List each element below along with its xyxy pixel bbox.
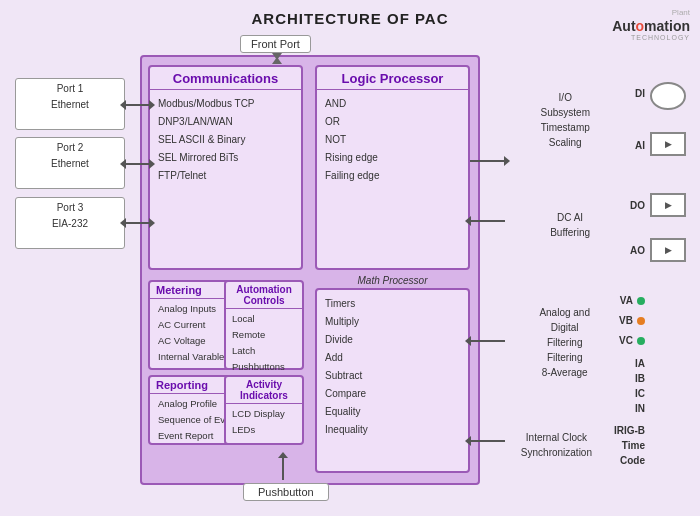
math-item-subtract: Subtract [325, 367, 460, 385]
port3-arrow [125, 222, 150, 224]
page-title: ARCHITECTURE OF PAC [0, 0, 700, 27]
ai-label: AI [635, 140, 645, 151]
logic-processor-box: Logic Processor AND OR NOT Rising edge F… [315, 65, 470, 270]
math-processor-box: Timers Multiply Divide Add Subtract Comp… [315, 288, 470, 473]
logic-item-or: OR [325, 113, 460, 131]
automation-list: Local Remote Latch Pushbuttons [226, 309, 302, 378]
math-item-timers: Timers [325, 295, 460, 313]
irig-b-label: IRIG-B [614, 425, 645, 436]
activity-item-leds: LEDs [232, 422, 296, 438]
math-item-compare: Compare [325, 385, 460, 403]
automation-item-latch: Latch Pushbuttons [232, 343, 296, 375]
ao-label: AO [630, 245, 645, 256]
communications-box: Communications Modbus/Modbus TCP DNP3/LA… [148, 65, 303, 270]
analog-digital-filtering-box: Analog andDigitalFilteringFiltering8-Ave… [539, 305, 590, 380]
logic-item-and: AND [325, 95, 460, 113]
di-connector [650, 82, 686, 110]
math-processor-label: Math Processor [315, 275, 470, 286]
comm-item-2: DNP3/LAN/WAN [158, 113, 293, 131]
port1-label: Port 1Ethernet [22, 81, 118, 113]
ao-connector-box: ▶ [650, 238, 686, 262]
port3-eia232-box: Port 3EIA-232 [15, 197, 125, 249]
vb-row: VB [619, 315, 645, 326]
comm-item-1: Modbus/Modbus TCP [158, 95, 293, 113]
comm-item-4: SEL Mirrored BiTs [158, 149, 293, 167]
dc-ai-buffering-box: DC AIBuffering [550, 210, 590, 240]
logo-plant: Plant [612, 8, 690, 18]
comm-item-3: SEL ASCII & Binary [158, 131, 293, 149]
math-processor-list: Timers Multiply Divide Add Subtract Comp… [317, 290, 468, 444]
port2-ethernet-box: Port 2Ethernet [15, 137, 125, 189]
ic-row: IC [635, 388, 645, 399]
clock-arrow [470, 440, 505, 442]
va-row: VA [620, 295, 645, 306]
vc-row: VC [619, 335, 645, 346]
automation-title: AutomationControls [226, 282, 302, 309]
logic-processor-list: AND OR NOT Rising edge Failing edge [317, 90, 468, 190]
automation-item-local: Local [232, 311, 296, 327]
activity-box: ActivityIndicators LCD Display LEDs [224, 375, 304, 445]
port1-arrow [125, 104, 150, 106]
communications-list: Modbus/Modbus TCP DNP3/LAN/WAN SEL ASCII… [150, 90, 301, 190]
port3-label: Port 3EIA-232 [22, 200, 118, 232]
logo-auto: Automation [612, 18, 690, 34]
port1-ethernet-box: Port 1Ethernet [15, 78, 125, 130]
dc-ai-arrow [470, 220, 505, 222]
ib-row: IB [635, 373, 645, 384]
comm-item-5: FTP/Telnet [158, 167, 293, 185]
pushbutton-box: Pushbutton [243, 483, 329, 501]
logic-processor-title: Logic Processor [317, 67, 468, 90]
ai-connector-box: ▶ [650, 132, 686, 156]
code-label: Code [620, 455, 645, 466]
logic-item-rising: Rising edge [325, 149, 460, 167]
automation-box: AutomationControls Local Remote Latch Pu… [224, 280, 304, 370]
time-label: Time [622, 440, 645, 451]
ia-row: IA [635, 358, 645, 369]
automation-item-remote: Remote [232, 327, 296, 343]
math-item-multiply: Multiply [325, 313, 460, 331]
logic-to-right-arrow [470, 160, 505, 162]
front-port-arrow-up [272, 57, 282, 64]
logo: Plant Automation TECHNOLOGY [612, 8, 690, 43]
port2-label: Port 2Ethernet [22, 140, 118, 172]
in-row: IN [635, 403, 645, 414]
math-item-equality: Equality [325, 403, 460, 421]
port2-arrow [125, 163, 150, 165]
pushbutton-arrow-up [282, 458, 284, 480]
math-item-divide: Divide [325, 331, 460, 349]
logic-item-not: NOT [325, 131, 460, 149]
logo-tech: TECHNOLOGY [612, 34, 690, 42]
activity-title: ActivityIndicators [226, 377, 302, 404]
di-label: DI [635, 88, 645, 99]
communications-title: Communications [150, 67, 301, 90]
math-item-add: Add [325, 349, 460, 367]
internal-clock-box: Internal ClockSynchronization [521, 430, 592, 460]
do-connector-box: ▶ [650, 193, 686, 217]
front-port-label: Front Port [240, 35, 311, 53]
math-item-inequality: Inequality [325, 421, 460, 439]
io-subsystem-box: I/OSubsystemTimestampScaling [541, 90, 590, 150]
activity-list: LCD Display LEDs [226, 404, 302, 440]
analog-arrow [470, 340, 505, 342]
activity-item-lcd: LCD Display [232, 406, 296, 422]
do-label: DO [630, 200, 645, 211]
logic-item-failing: Failing edge [325, 167, 460, 185]
